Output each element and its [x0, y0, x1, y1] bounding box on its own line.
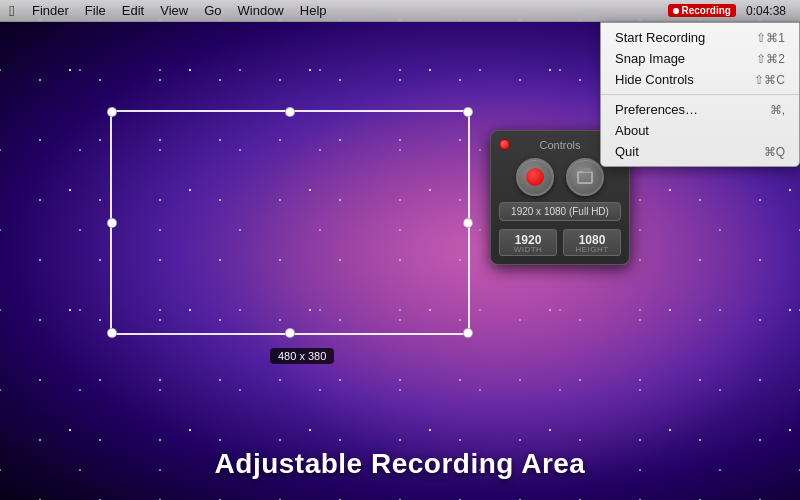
dropdown-menu: Start Recording ⇧⌘1 Snap Image ⇧⌘2 Hide … — [600, 22, 800, 167]
preferences-shortcut: ⌘, — [770, 103, 785, 117]
menu-preferences[interactable]: Preferences… ⌘, — [601, 99, 799, 120]
resolution-select[interactable]: 1920 x 1080 (Full HD) — [499, 202, 621, 221]
menu-view[interactable]: View — [152, 0, 196, 22]
menu-go[interactable]: Go — [196, 0, 229, 22]
preferences-label: Preferences… — [615, 102, 698, 117]
size-label: 480 x 380 — [270, 348, 334, 364]
handle-top-center[interactable] — [285, 107, 295, 117]
menu-quit[interactable]: Quit ⌘Q — [601, 141, 799, 162]
bottom-title: Adjustable Recording Area — [0, 448, 800, 480]
menu-file[interactable]: File — [77, 0, 114, 22]
snap-image-label: Snap Image — [615, 51, 685, 66]
height-box: 1080 HEIGHT — [563, 229, 621, 256]
start-recording-shortcut: ⇧⌘1 — [756, 31, 785, 45]
record-button[interactable] — [516, 158, 554, 196]
controls-title: Controls — [540, 139, 581, 151]
snap-image-shortcut: ⇧⌘2 — [756, 52, 785, 66]
handle-bottom-left[interactable] — [107, 328, 117, 338]
height-label: HEIGHT — [564, 245, 620, 254]
dimensions-row: 1920 WIDTH 1080 HEIGHT — [499, 229, 621, 256]
hide-controls-label: Hide Controls — [615, 72, 694, 87]
recording-badge[interactable]: Recording — [668, 4, 736, 17]
recording-area[interactable] — [110, 110, 470, 335]
width-box: 1920 WIDTH — [499, 229, 557, 256]
quit-shortcut: ⌘Q — [764, 145, 785, 159]
menu-hide-controls[interactable]: Hide Controls ⇧⌘C — [601, 69, 799, 90]
quit-label: Quit — [615, 144, 639, 159]
snap-button-icon — [577, 171, 593, 184]
handle-middle-left[interactable] — [107, 218, 117, 228]
recording-dot-icon — [673, 8, 679, 14]
dropdown-separator-1 — [601, 94, 799, 95]
handle-bottom-right[interactable] — [463, 328, 473, 338]
recording-label: Recording — [682, 5, 731, 16]
start-recording-label: Start Recording — [615, 30, 705, 45]
menu-finder[interactable]: Finder — [24, 0, 77, 22]
menu-help[interactable]: Help — [292, 0, 335, 22]
width-label: WIDTH — [500, 245, 556, 254]
menubar-clock: 0:04:38 — [740, 4, 792, 18]
menubar:  Finder File Edit View Go Window Help R… — [0, 0, 800, 22]
controls-close-button[interactable] — [499, 139, 510, 150]
menu-start-recording[interactable]: Start Recording ⇧⌘1 — [601, 27, 799, 48]
menu-edit[interactable]: Edit — [114, 0, 152, 22]
handle-top-right[interactable] — [463, 107, 473, 117]
snap-button[interactable] — [566, 158, 604, 196]
handle-bottom-center[interactable] — [285, 328, 295, 338]
handle-top-left[interactable] — [107, 107, 117, 117]
menubar-right: Recording 0:04:38 — [668, 4, 801, 18]
desktop:  Finder File Edit View Go Window Help R… — [0, 0, 800, 500]
apple-menu-icon[interactable]:  — [0, 0, 24, 22]
menu-snap-image[interactable]: Snap Image ⇧⌘2 — [601, 48, 799, 69]
menu-window[interactable]: Window — [230, 0, 292, 22]
hide-controls-shortcut: ⇧⌘C — [754, 73, 785, 87]
record-button-icon — [526, 168, 544, 186]
handle-middle-right[interactable] — [463, 218, 473, 228]
about-label: About — [615, 123, 649, 138]
menu-about[interactable]: About — [601, 120, 799, 141]
